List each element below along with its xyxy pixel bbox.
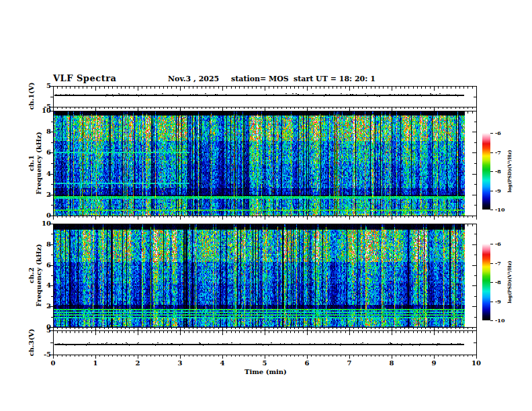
x-tick-label: 8 [385, 359, 398, 367]
ch2-freq-ytick-label: 4 [27, 282, 51, 289]
x-tick-label: 10 [470, 359, 483, 367]
ch1-frequency-axis-label: ch.1 Frequency (kHz) [28, 132, 42, 194]
x-tick-label: 7 [343, 359, 356, 367]
station-label: station= MOS [231, 75, 289, 83]
colorbar-ch1 [482, 133, 490, 210]
ch1-freq-ytick-label: 8 [27, 128, 51, 135]
colorbar2-tick-label: -10 [495, 318, 504, 323]
ch2-spectrogram-panel [53, 224, 477, 328]
x-tick-label: 3 [173, 359, 187, 367]
ch2-freq-ytick-label: 8 [27, 241, 51, 248]
colorbar-ch2 [482, 244, 490, 320]
ch1-spectrogram-canvas [54, 111, 465, 216]
ch1-freq-ytick-label: 10 [27, 107, 51, 114]
ch1-voltage-trace [54, 87, 465, 107]
colorbar1-tick-label: -6 [495, 130, 501, 136]
colorbar1-tick-label: -8 [495, 169, 501, 174]
ch2-freq-ytick-label: 0 [27, 324, 51, 330]
date-label: Nov.3 , 2025 [168, 75, 219, 83]
colorbar1-tick-label: -9 [495, 188, 501, 193]
x-tick-label: 0 [46, 359, 60, 367]
ch1-spectrogram-panel [53, 111, 477, 216]
ch3v-ytick-label: -5 [27, 351, 51, 358]
ch1-freq-ytick-label: 4 [27, 171, 51, 177]
x-tick-label: 2 [131, 359, 144, 367]
ch2-freq-ytick-label: 2 [27, 303, 51, 310]
ch1-freq-ytick-label: 0 [27, 212, 51, 219]
x-tick-label: 4 [216, 359, 229, 367]
colorbar-ch1-label: log(PSD)(V²/Hz) [506, 150, 513, 193]
colorbar1-tick-label: -7 [495, 150, 501, 155]
ch1-freq-ytick-label: 2 [27, 191, 51, 198]
ch1v-ytick-label: 5 [27, 83, 51, 89]
colorbar2-tick-label: -8 [495, 279, 501, 285]
x-tick-label: 6 [300, 359, 314, 367]
colorbar2-tick-label: -9 [495, 299, 501, 304]
colorbar-ch2-label: log(PSD)(V²/Hz) [506, 261, 513, 304]
ch3-voltage-trace [54, 331, 465, 355]
ch1-voltage-panel [53, 86, 477, 107]
colorbar2-tick-label: -6 [495, 241, 501, 246]
x-tick-label: 5 [258, 359, 271, 367]
ch2-spectrogram-canvas [54, 224, 465, 327]
x-tick-label: 1 [89, 359, 102, 367]
ch2-freq-ytick-label: 6 [27, 262, 51, 269]
ch2-frequency-axis-label: ch.2 Frequency (kHz) [28, 244, 42, 306]
time-axis-label: Time (min) [245, 368, 287, 375]
ch1-freq-ytick-label: 6 [27, 149, 51, 156]
figure-title: VLF Spectra [53, 73, 116, 83]
ch3-voltage-panel [53, 330, 477, 355]
x-tick-label: 9 [427, 359, 441, 367]
colorbar1-tick-label: -10 [495, 207, 504, 212]
ch2-freq-ytick-label: 10 [27, 220, 51, 227]
start-ut-label: start UT = 18: 20: 1 [294, 75, 375, 83]
colorbar2-tick-label: -7 [495, 261, 501, 266]
vlf-spectra-figure: VLF Spectra Nov.3 , 2025 station= MOS st… [0, 0, 532, 411]
